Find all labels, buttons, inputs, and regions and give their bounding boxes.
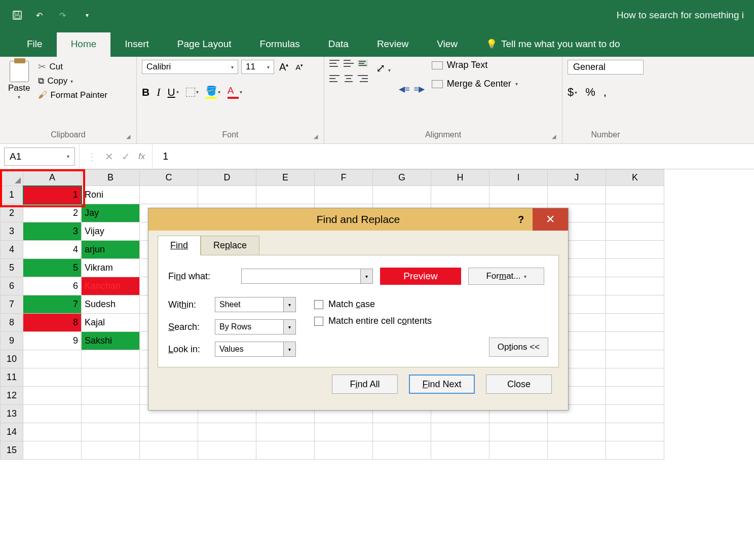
align-center-button[interactable] (344, 75, 354, 82)
cell[interactable] (198, 423, 256, 441)
cell[interactable]: Jay (82, 204, 140, 222)
row-header[interactable]: 7 (1, 295, 23, 314)
cell[interactable]: Roni (82, 186, 140, 204)
cell[interactable] (23, 368, 82, 387)
cell[interactable] (315, 441, 373, 460)
column-header[interactable]: C (140, 170, 198, 186)
within-select[interactable]: Sheet▾ (215, 297, 296, 312)
dialog-titlebar[interactable]: Find and Replace ? ✕ (148, 208, 568, 231)
tab-review[interactable]: Review (363, 32, 423, 57)
row-header[interactable]: 12 (1, 387, 23, 405)
tab-home[interactable]: Home (57, 32, 111, 57)
column-header[interactable]: E (256, 170, 315, 186)
percent-format-button[interactable]: % (585, 86, 595, 99)
cell[interactable] (23, 405, 82, 423)
find-all-button[interactable]: Find All (332, 375, 398, 394)
borders-button[interactable]: ▾ (186, 88, 199, 97)
cell[interactable] (606, 277, 664, 295)
cell[interactable] (82, 368, 140, 387)
row-header[interactable]: 9 (1, 332, 23, 350)
font-launcher-icon[interactable]: ◢ (314, 133, 318, 140)
cell[interactable] (606, 332, 664, 350)
comma-format-button[interactable]: , (604, 86, 607, 99)
redo-button[interactable]: ↷ ▾ (57, 8, 71, 22)
cell[interactable] (606, 186, 664, 204)
cell[interactable] (315, 423, 373, 441)
qat-customize-button[interactable]: ▾ (80, 8, 94, 22)
cell[interactable] (606, 441, 664, 460)
close-button[interactable]: Close (486, 375, 552, 394)
cell[interactable] (431, 186, 489, 204)
cell[interactable] (606, 204, 664, 222)
cell[interactable]: Sakshi (82, 332, 140, 350)
cell[interactable] (82, 350, 140, 368)
cell[interactable] (548, 441, 606, 460)
cell[interactable] (23, 350, 82, 368)
merge-center-button[interactable]: Merge & Center ▾ (432, 79, 518, 89)
cell[interactable] (23, 441, 82, 460)
decrease-indent-button[interactable]: ◀≡ (399, 84, 409, 94)
row-header[interactable]: 4 (1, 241, 23, 259)
cell[interactable] (606, 423, 664, 441)
tell-me-search[interactable]: 💡Tell me what you want to do (472, 32, 634, 57)
tab-view[interactable]: View (423, 32, 472, 57)
row-header[interactable]: 3 (1, 222, 23, 241)
save-icon[interactable] (10, 8, 24, 22)
cell[interactable] (606, 368, 664, 387)
find-what-input[interactable] (242, 271, 360, 281)
fill-color-button[interactable]: 🪣 ▾ (206, 85, 220, 99)
cell[interactable]: Vikram (82, 259, 140, 277)
cell[interactable]: 2 (23, 204, 82, 222)
within-dropdown-button[interactable]: ▾ (283, 297, 295, 312)
copy-button[interactable]: ⧉Copy ▾ (36, 75, 109, 87)
tab-insert[interactable]: Insert (110, 32, 163, 57)
formula-input[interactable]: 1 (153, 144, 754, 169)
accounting-format-button[interactable]: $ ▾ (568, 86, 577, 99)
grow-font-button[interactable]: A▴ (277, 60, 290, 74)
align-right-button[interactable] (358, 75, 368, 82)
clipboard-launcher-icon[interactable]: ◢ (126, 133, 130, 140)
tab-pagelayout[interactable]: Page Layout (163, 32, 246, 57)
format-button[interactable]: Format...▾ (468, 268, 544, 285)
orientation-button[interactable]: ⤢ ▾ (376, 62, 391, 74)
cell[interactable]: 4 (23, 241, 82, 259)
column-header[interactable]: I (489, 170, 548, 186)
undo-button[interactable]: ↶ ▾ (33, 8, 48, 22)
tab-formulas[interactable]: Formulas (246, 32, 314, 57)
cell[interactable] (489, 423, 548, 441)
cell[interactable] (23, 423, 82, 441)
cell[interactable] (256, 423, 315, 441)
wrap-text-button[interactable]: Wrap Text (432, 60, 518, 70)
column-header[interactable]: G (373, 170, 431, 186)
row-header[interactable]: 8 (1, 314, 23, 332)
lookin-select[interactable]: Values▾ (215, 342, 296, 357)
cell[interactable]: 3 (23, 222, 82, 241)
paste-button[interactable]: Paste ▾ (5, 60, 33, 128)
cell[interactable]: Vijay (82, 222, 140, 241)
fx-icon[interactable]: fx (138, 152, 145, 162)
preview-button[interactable]: Preview (380, 268, 461, 285)
cell[interactable] (606, 222, 664, 241)
cell[interactable] (198, 441, 256, 460)
cell[interactable] (606, 387, 664, 405)
row-header[interactable]: 5 (1, 259, 23, 277)
cell[interactable]: Sudesh (82, 295, 140, 314)
column-header[interactable]: H (431, 170, 489, 186)
cell[interactable] (606, 259, 664, 277)
cell[interactable] (198, 186, 256, 204)
search-dropdown-button[interactable]: ▾ (283, 320, 295, 334)
cell[interactable] (82, 405, 140, 423)
cell[interactable]: Kajal (82, 314, 140, 332)
tab-file[interactable]: File (13, 32, 57, 57)
row-header[interactable]: 10 (1, 350, 23, 368)
find-next-button[interactable]: Find Next (409, 375, 475, 394)
cell[interactable] (606, 241, 664, 259)
cell[interactable] (140, 441, 198, 460)
cell[interactable]: 9 (23, 332, 82, 350)
accept-formula-button[interactable]: ✓ (122, 151, 130, 163)
cell[interactable] (606, 295, 664, 314)
align-bottom-button[interactable] (358, 60, 368, 67)
column-header[interactable]: J (548, 170, 606, 186)
row-header[interactable]: 11 (1, 368, 23, 387)
find-tab[interactable]: Find (158, 236, 201, 255)
